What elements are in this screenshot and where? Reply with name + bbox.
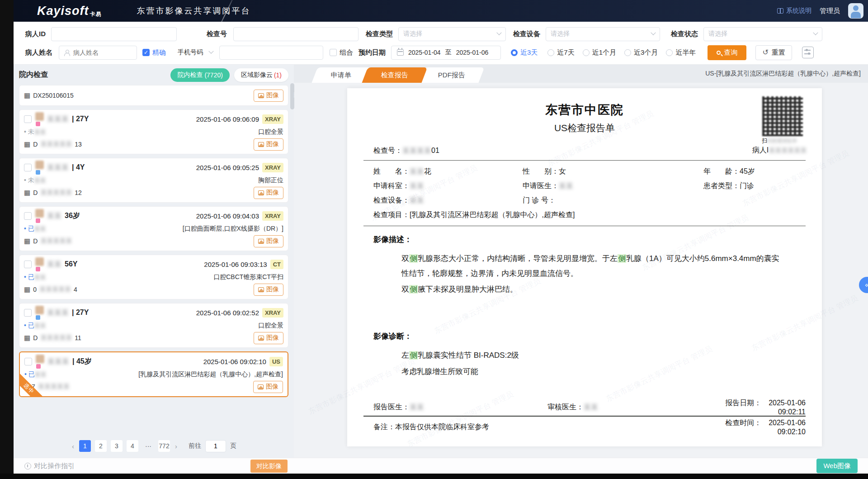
device-field: 检查设备：某某: [373, 196, 523, 205]
exam-status-select[interactable]: 请选择: [703, 27, 822, 41]
phone-select[interactable]: 手机号码: [173, 46, 217, 60]
exam-description: 口腔全景: [258, 128, 283, 136]
range-radio-3m[interactable]: [624, 49, 631, 56]
exam-card[interactable]: 某某某 | 27Y 2025-01-06 09:02:52 XRAY 已某某 口…: [19, 303, 288, 348]
system-help-link[interactable]: 系统说明: [777, 7, 811, 15]
patient-name-masked: 某某: [47, 211, 61, 221]
modality-badge: CT: [270, 260, 283, 269]
range-label-7d[interactable]: 近7天: [557, 48, 574, 57]
exam-card-partial[interactable]: ▦ DX250106015 图像: [19, 85, 288, 106]
row-checkbox[interactable]: [24, 358, 32, 365]
date-range-picker[interactable]: 2025-01-04 至 2025-01-06: [391, 46, 501, 60]
gender-chip: [36, 218, 40, 223]
row-checkbox[interactable]: [24, 164, 32, 171]
divider: [363, 160, 806, 161]
req-doctor-field: 申请医生：某某: [523, 181, 703, 191]
outpatient-no-field: 门 诊 号：: [523, 196, 703, 205]
exam-description: 胸部正位: [258, 176, 283, 185]
kayisoft-logo: Kayisoft卡易: [37, 4, 102, 18]
report-panel: 申请单 检查报告 PDF报告 US-[乳腺及其引流区淋巴结彩超（乳腺中心）,超声…: [294, 65, 868, 458]
date-separator: 至: [445, 48, 452, 57]
image-button[interactable]: 图像: [254, 332, 283, 344]
reset-button[interactable]: ↺ 重置: [755, 45, 792, 60]
exact-label: 精确: [152, 48, 166, 57]
image-button[interactable]: 图像: [254, 90, 283, 102]
exam-time: 2025-01-06 09:04:03: [196, 212, 259, 220]
patient-avatar: [35, 161, 44, 175]
exam-card-selected[interactable]: 某某某 | 45岁 2025-01-06 09:02:10 US 已某某 [乳腺…: [19, 351, 288, 397]
selected-ribbon: 选中: [19, 374, 42, 397]
combo-checkbox[interactable]: [330, 49, 337, 56]
image-button[interactable]: 图像: [254, 138, 283, 151]
appoint-date-label: 预约日期: [359, 48, 386, 57]
exam-type-select[interactable]: 请选择: [398, 27, 506, 41]
tab-region-cloud[interactable]: 区域影像云 (1): [234, 68, 288, 82]
image-button[interactable]: 图像: [253, 381, 283, 393]
compare-images-button[interactable]: 对比影像: [250, 460, 288, 473]
accession-icon: ▦: [24, 237, 30, 245]
search-icon: [717, 51, 721, 55]
date-to: 2025-01-06: [456, 49, 489, 56]
image-button[interactable]: 图像: [254, 187, 283, 199]
exam-time: 2025-01-06 09:02:10: [203, 358, 266, 365]
patient-name-label: 病人姓名: [25, 48, 52, 57]
image-button[interactable]: 图像: [254, 284, 283, 296]
range-radio-1m[interactable]: [583, 49, 590, 56]
tab-pdf-report[interactable]: PDF报告: [419, 67, 484, 83]
exam-card[interactable]: 某某 56Y 2025-01-06 09:03:13 CT 已某某 口腔CBCT…: [19, 255, 288, 299]
row-checkbox[interactable]: [24, 115, 32, 123]
tab-request-form[interactable]: 申请单: [311, 67, 370, 83]
patient-name-masked: 某某: [47, 260, 61, 269]
exam-no-input[interactable]: [233, 27, 359, 41]
row-checkbox[interactable]: [24, 261, 32, 268]
prev-page-icon[interactable]: ‹: [71, 442, 75, 450]
range-label-6m[interactable]: 近半年: [675, 48, 696, 57]
image-icon: [258, 93, 264, 98]
row-checkbox[interactable]: [24, 309, 32, 317]
exam-device-select[interactable]: 请选择: [546, 27, 660, 41]
req-dept-field: 申请科室：某某: [373, 181, 523, 191]
gender-chip: [36, 364, 41, 369]
range-radio-7d[interactable]: [547, 49, 554, 56]
exact-checkbox[interactable]: [142, 49, 150, 56]
page-ellipsis[interactable]: ···: [142, 440, 154, 452]
range-radio-6m[interactable]: [666, 49, 673, 56]
range-label-1m[interactable]: 近1个月: [592, 48, 616, 57]
exam-card[interactable]: 某某某 | 27Y 2025-01-06 09:06:09 XRAY 未某某 口…: [19, 109, 288, 154]
patient-name-input[interactable]: [73, 49, 127, 56]
search-button[interactable]: 查询: [708, 45, 746, 60]
row-checkbox[interactable]: [24, 212, 32, 220]
web-image-button[interactable]: Web图像: [816, 459, 858, 473]
tab-exam-report[interactable]: 检查报告: [362, 67, 427, 83]
app-window: Kayisoft卡易 东营市影像云共享调阅平台 系统说明 管理员 病人ID 检查…: [14, 0, 868, 474]
image-button[interactable]: 图像: [254, 235, 283, 247]
exam-card[interactable]: 某某某 | 4Y 2025-01-06 09:05:25 XRAY 未某某 胸部…: [19, 158, 288, 203]
phone-input[interactable]: [219, 46, 323, 60]
combo-label: 组合: [340, 48, 353, 57]
image-icon: [258, 239, 264, 244]
page-2[interactable]: 2: [95, 440, 107, 452]
range-label-3m[interactable]: 近3个月: [634, 48, 658, 57]
filter-bar: 病人ID 检查号 检查类型 请选择 检查设备 请选择 检查状态 请选择 病人姓名: [14, 22, 868, 65]
patient-avatar: [35, 355, 44, 369]
gender-field: 性 别：女: [523, 167, 703, 176]
divider: [363, 226, 806, 226]
user-avatar[interactable]: [848, 3, 863, 19]
range-label-3d[interactable]: 近3天: [520, 48, 538, 57]
goto-page-input[interactable]: [205, 440, 226, 452]
view-toggle-icon[interactable]: [802, 47, 814, 58]
range-radio-3d[interactable]: [511, 49, 518, 56]
patient-id-input[interactable]: [51, 27, 177, 41]
tab-hospital-exams[interactable]: 院内检查 (7720): [170, 68, 229, 82]
gender-chip: [36, 315, 40, 320]
compare-guide-link[interactable]: 对比操作指引: [24, 462, 75, 470]
page-1[interactable]: 1: [79, 440, 91, 452]
panel-splitter-handle[interactable]: [290, 83, 294, 109]
page-772[interactable]: 772: [158, 440, 170, 452]
page-4[interactable]: 4: [127, 440, 138, 452]
page-3[interactable]: 3: [111, 440, 123, 452]
report-status: 未某某: [24, 128, 46, 136]
next-page-icon[interactable]: ›: [174, 442, 178, 450]
exam-card[interactable]: 某某 36岁 2025-01-06 09:04:03 XRAY 已某某 [口腔曲…: [19, 206, 288, 251]
report-doctor-field: 报告医生：某某: [373, 403, 547, 412]
